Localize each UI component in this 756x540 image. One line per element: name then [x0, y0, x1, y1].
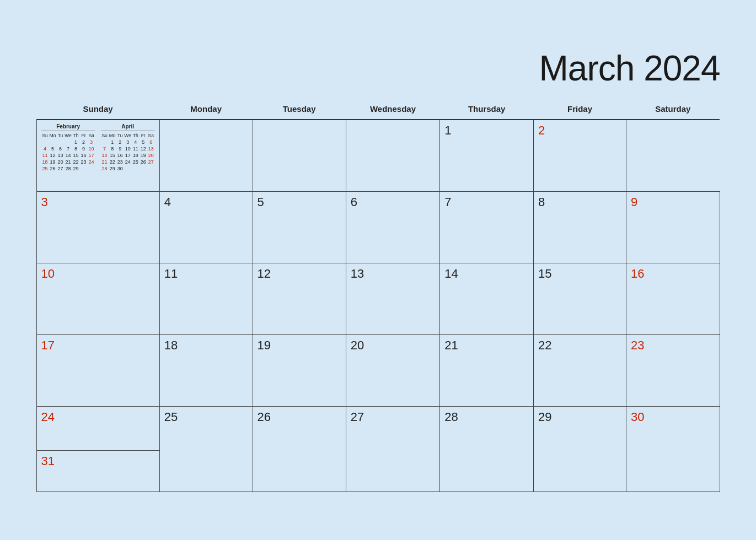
mini-day: 6 [57, 145, 65, 152]
mini-day: 16 [116, 152, 124, 159]
mini-th: Tu [57, 132, 65, 139]
day-number-22: 22 [538, 338, 551, 352]
day-number-10: 10 [41, 267, 55, 280]
day-cell-29: 29 [533, 406, 626, 492]
day-cell-28: 28 [440, 406, 534, 492]
table-row: February Su Mo Tu We Th Fr [36, 120, 720, 191]
mini-day [124, 165, 132, 172]
day-number-13: 13 [351, 267, 364, 280]
mini-calendars: February Su Mo Tu We Th Fr [41, 123, 155, 172]
day-cell-8: 8 [533, 191, 626, 263]
mini-day: 15 [109, 152, 116, 159]
day-cell-3: 3 [36, 191, 159, 263]
day-number-6: 6 [351, 195, 357, 209]
day-number-7: 7 [444, 195, 451, 209]
day-cell-4: 4 [159, 191, 253, 263]
mini-cal-apr-title: April [101, 123, 155, 129]
mini-th: Th [72, 132, 80, 139]
calendar-title: March 2024 [36, 48, 720, 89]
table-row: 10 11 12 13 14 15 16 [36, 263, 720, 334]
day-number-17: 17 [41, 338, 55, 352]
mini-th: Sa [147, 132, 155, 139]
mini-day: 10 [88, 145, 95, 152]
mini-day: 5 [140, 139, 147, 145]
mini-th: Su [41, 132, 49, 139]
day-cell-17: 17 [36, 334, 159, 406]
mini-day: 4 [132, 139, 140, 145]
mini-th: Fr [140, 132, 147, 139]
mini-th: Fr [80, 132, 88, 139]
weekday-header-row: Sunday Monday Tuesday Wednesday Thursday… [36, 100, 720, 120]
mini-th: Mo [109, 132, 116, 139]
day-cell-23: 23 [626, 334, 720, 406]
mini-day: 14 [65, 152, 72, 159]
table-row: 17 18 19 20 21 22 23 [36, 334, 720, 406]
day-number-2: 2 [538, 123, 545, 137]
mini-day: 21 [65, 159, 72, 165]
mini-cal-feb-title: February [41, 123, 95, 129]
mini-th: Th [132, 132, 140, 139]
mini-day: 23 [80, 159, 88, 165]
header-sunday: Sunday [36, 100, 159, 120]
day-cell-20: 20 [346, 334, 440, 406]
day-cell-1: 1 [440, 120, 534, 191]
mini-day [88, 165, 95, 172]
header-wednesday: Wednesday [346, 100, 440, 120]
day-number-23: 23 [631, 338, 644, 352]
day-cell-10: 10 [36, 263, 159, 334]
mini-th: Mo [49, 132, 57, 139]
mini-day: 27 [57, 165, 65, 172]
mini-day: 7 [101, 145, 109, 152]
mini-cal-february: February Su Mo Tu We Th Fr [41, 123, 95, 172]
day-number-14: 14 [444, 267, 458, 280]
mini-day: 3 [88, 139, 95, 145]
day-cell-18: 18 [159, 334, 253, 406]
mini-day: 20 [147, 152, 155, 159]
mini-day: 29 [72, 165, 80, 172]
mini-day: 6 [147, 139, 155, 145]
mini-day: 1 [109, 139, 116, 145]
mini-cal-april: April Su Mo Tu We Th Fr Sa [101, 123, 155, 172]
header-tuesday: Tuesday [253, 100, 346, 120]
mini-th: We [65, 132, 72, 139]
mini-day: 3 [124, 139, 132, 145]
calendar-table: Sunday Monday Tuesday Wednesday Thursday… [36, 100, 720, 492]
mini-day [140, 165, 147, 172]
mini-day: 24 [124, 159, 132, 165]
mini-day: 19 [49, 159, 57, 165]
mini-calendars-cell: February Su Mo Tu We Th Fr [36, 120, 159, 191]
day-number-16: 16 [631, 267, 644, 280]
mini-day: 5 [49, 145, 57, 152]
mini-day: 28 [65, 165, 72, 172]
mini-th: Tu [116, 132, 124, 139]
day-cell-30: 30 [626, 406, 720, 492]
mini-day: 12 [49, 152, 57, 159]
header-friday: Friday [533, 100, 626, 120]
mini-cal-feb-table: Su Mo Tu We Th Fr Sa [41, 132, 95, 172]
day-cell-24-31: 24 31 [36, 406, 159, 492]
day-cell-11: 11 [159, 263, 253, 334]
header-thursday: Thursday [440, 100, 534, 120]
day-number-12: 12 [258, 267, 271, 280]
day-cell-5: 5 [253, 191, 346, 263]
day-cell-21: 21 [440, 334, 534, 406]
day-cell-16: 16 [626, 263, 720, 334]
mini-day: 2 [80, 139, 88, 145]
mini-day: 8 [72, 145, 80, 152]
day-cell-26: 26 [253, 406, 346, 492]
day-number-30: 30 [631, 410, 644, 424]
mini-day: 15 [72, 152, 80, 159]
mini-day: 9 [116, 145, 124, 152]
mini-day: 23 [116, 159, 124, 165]
mini-day: 7 [65, 145, 72, 152]
mini-day: 1 [72, 139, 80, 145]
mini-day: 18 [41, 159, 49, 165]
mini-day: 8 [109, 145, 116, 152]
mini-day: 13 [147, 145, 155, 152]
mini-day: 11 [41, 152, 49, 159]
mini-day: 26 [140, 159, 147, 165]
mini-day: 14 [101, 152, 109, 159]
mini-day: 17 [88, 152, 95, 159]
mini-day: 22 [72, 159, 80, 165]
day-cell-blank3 [346, 120, 440, 191]
